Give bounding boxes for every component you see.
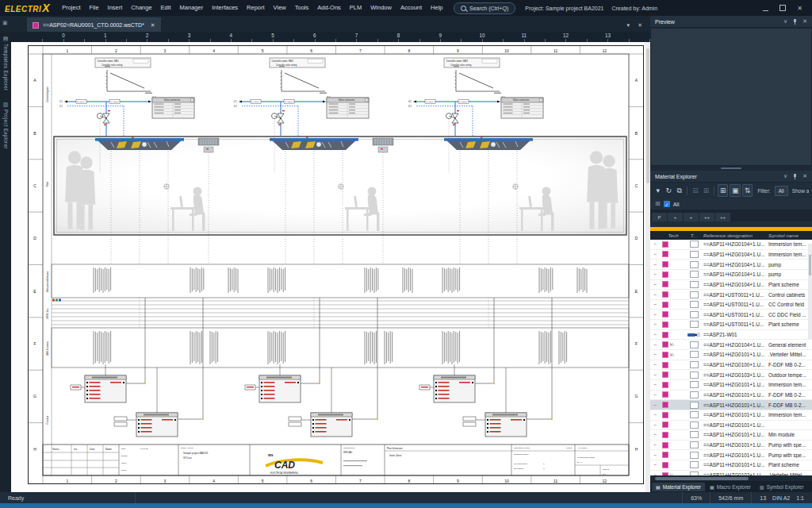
table-row[interactable]: −==ASP11+HZG0101+1.U... [650,421,812,431]
checkbox[interactable] [690,431,699,438]
table-row[interactable]: −==ASP11+HZG0101+1.U...Plant scheme [650,460,812,471]
remove-icon[interactable]: − [650,332,660,337]
checkbox[interactable] [690,461,699,468]
checkbox[interactable] [690,441,699,448]
menu-item-help[interactable]: Help [427,0,447,16]
checkbox[interactable] [690,291,699,298]
menu-item-view[interactable]: View [269,0,290,16]
menu-item-tools[interactable]: Tools [290,0,313,16]
tab-close-all-icon[interactable]: ✕ [638,22,642,29]
tab-material-explorer[interactable]: ▤Material Explorer [652,483,705,491]
column-header[interactable]: Symbol name [767,233,812,238]
checkbox[interactable] [690,371,699,379]
menu-item-insert[interactable]: Insert [103,0,127,16]
remove-icon[interactable]: − [650,372,660,378]
column-header[interactable]: Reference designation [703,233,767,238]
refresh-icon[interactable]: ↻ [664,185,672,196]
zoom-level[interactable]: 63% [682,492,710,503]
remove-icon[interactable]: − [650,392,660,398]
quick-tab[interactable]: ++ [699,213,714,221]
chevron-down-icon[interactable]: ∨ [783,173,787,179]
remove-icon[interactable]: − [650,312,660,318]
close-icon[interactable]: ✕ [802,173,807,179]
checkbox[interactable] [690,281,699,288]
remove-icon[interactable]: − [650,252,660,257]
remove-icon[interactable]: − [650,241,660,247]
checkbox[interactable] [690,341,699,348]
table-row[interactable]: −==ASP11+HZG0104+1.U...Immersion tem... [650,250,812,260]
search-button[interactable]: Search (Ctrl+Q) [454,2,515,14]
table-row[interactable]: −==ASP11+UST0011+1.U...CC DDC Field ... [650,310,812,320]
tree-root-row[interactable]: ⊞ ✓ All [650,198,812,210]
remove-icon[interactable]: − [650,412,660,418]
document-tab[interactable]: ==ASP02=RAU0001_CTD.0002.wsCTD* ✕ [27,17,161,32]
package-icon[interactable]: ▣ [730,184,740,197]
checkbox[interactable] [690,261,699,268]
remove-icon[interactable]: − [650,321,660,327]
copy-icon[interactable]: ⧉ [675,185,684,196]
collapse-level-icon[interactable]: ⊟ [691,185,699,196]
table-row[interactable]: −==ASP11+HZG0104+1.U...pump [650,270,812,280]
menu-item-account[interactable]: Account [396,0,426,16]
table-row[interactable]: −==ASP11+UST0011+1.U...Control cabinets [650,290,812,300]
remove-icon[interactable]: − [650,382,660,387]
column-header[interactable]: Tech [660,233,684,238]
remove-icon[interactable]: − [650,462,660,468]
expander-icon[interactable]: ⊞ [655,201,661,207]
checkbox[interactable] [690,452,699,459]
drawing-canvas[interactable]: 012345678910111213 [11,32,650,492]
quick-tab[interactable]: + [668,213,683,221]
menu-item-file[interactable]: File [85,0,103,16]
minimize-icon[interactable] [763,5,768,11]
checkbox[interactable] [690,411,699,418]
remove-icon[interactable]: − [650,352,660,357]
checkbox[interactable] [690,361,699,368]
filter-dropdown[interactable]: All [775,186,788,196]
schematic-page[interactable]: StatusrevDateNameDate07.10.20Drw.ByChk'd… [28,45,644,484]
table-row[interactable]: −==ASP11+HZG0101+1.U...Immersion tem... [650,380,812,391]
sort-tree-icon[interactable]: ⇅ [742,184,753,197]
remove-icon[interactable]: − [650,422,660,428]
table-row[interactable]: −==ASP11+HZG0104+1.U...Plant scheme [650,280,812,291]
menu-item-addons[interactable]: Add-Ons [313,0,346,16]
remove-icon[interactable]: − [650,292,660,298]
pin-icon[interactable] [793,19,797,25]
remove-icon[interactable]: − [650,442,660,448]
table-row[interactable]: −==ASP11+UST0011+1.U...CC Control field [650,300,812,310]
table-row[interactable]: −==ASP11+UST0011+1.U...Plant scheme [650,320,812,330]
remove-icon[interactable]: − [650,282,660,287]
dropdown-caret-icon[interactable]: ▾ [653,185,662,196]
panel-dock-icon[interactable]: ▣ [2,20,8,26]
checkbox[interactable] [690,271,699,278]
quick-tab[interactable]: + [684,213,699,221]
quick-tab[interactable]: P [652,213,667,221]
checkbox[interactable] [690,241,699,248]
menu-item-plm[interactable]: PLM [345,0,366,16]
table-row[interactable]: −==ASP11+HZG0101+1.U...F-DDF MB 0-2... [650,400,812,410]
checkbox[interactable] [690,321,699,328]
remove-icon[interactable]: − [650,452,660,458]
checkbox[interactable] [690,351,699,358]
close-icon[interactable]: ✕ [802,18,807,25]
column-header[interactable]: T... [684,233,703,238]
remove-icon[interactable]: − [650,432,660,437]
remove-icon[interactable]: − [650,362,660,368]
table-horizontal-scrollbar[interactable] [650,475,812,481]
checkbox[interactable] [690,301,699,308]
remove-icon[interactable]: − [650,302,660,307]
table-row[interactable]: −⊞==ASP21-W01 [650,330,812,341]
remove-icon[interactable]: − [650,342,660,348]
checkbox[interactable] [690,391,699,398]
table-row[interactable]: −==ASP11+HZG0101+1.U...F-DDF MB 0-2... [650,391,812,401]
close-icon[interactable]: ✕ [797,5,802,12]
menu-item-interfaces[interactable]: Interfaces [208,0,243,16]
pin-icon[interactable] [793,174,797,179]
quick-tab[interactable]: ++ [715,213,730,221]
table-row[interactable]: −==ASP11+HZG0101+1.U...Immersion tem... [650,410,812,421]
table-row[interactable]: −==ASP11+HZG0100+1.U...F-DDF MB 0-2... [650,360,812,371]
expand-level-icon[interactable]: ⊞ [702,185,710,196]
menu-item-change[interactable]: Change [127,0,156,16]
table-row[interactable]: −==ASP11+HZG0104+1.U...Immersion tem... [650,240,812,250]
table-row[interactable]: −==ASP11+HZG0101+1.U...Min module [650,430,812,441]
menu-item-window[interactable]: Window [366,0,396,16]
